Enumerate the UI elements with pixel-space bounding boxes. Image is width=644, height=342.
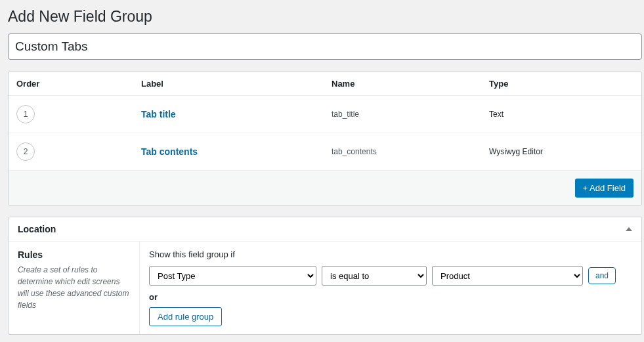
location-header[interactable]: Location: [9, 217, 641, 242]
or-label: or: [149, 292, 632, 302]
col-header-label: Label: [141, 79, 332, 89]
col-header-type: Type: [489, 79, 633, 89]
location-title: Location: [18, 224, 56, 234]
page-title: Add New Field Group: [8, 8, 636, 26]
rules-description: Create a set of rules to determine which…: [18, 264, 130, 311]
rules-heading: Rules: [18, 249, 130, 260]
rule-param-select[interactable]: Post Type: [149, 266, 316, 286]
location-panel: Location Rules Create a set of rules to …: [8, 217, 642, 335]
group-title-input[interactable]: [8, 33, 642, 60]
order-handle[interactable]: 2: [16, 142, 35, 161]
field-type: Text: [489, 110, 633, 119]
field-label-link[interactable]: Tab contents: [141, 146, 198, 157]
rule-row: Post Type is equal to Product and: [149, 266, 632, 286]
add-rule-group-button[interactable]: Add rule group: [149, 307, 222, 326]
field-label-link[interactable]: Tab title: [141, 109, 176, 119]
field-name: tab_title: [332, 110, 489, 119]
fields-panel: Order Label Name Type 1 Tab title tab_ti…: [8, 72, 642, 206]
table-row[interactable]: 1 Tab title tab_title Text: [9, 96, 641, 133]
col-header-name: Name: [332, 79, 489, 89]
col-header-order: Order: [16, 79, 141, 89]
rule-value-select[interactable]: Product: [432, 266, 583, 286]
add-field-button[interactable]: + Add Field: [575, 179, 633, 198]
caret-up-icon[interactable]: [626, 227, 632, 231]
fields-table-head: Order Label Name Type: [9, 72, 641, 96]
table-row[interactable]: 2 Tab contents tab_contents Wysiwyg Edit…: [9, 133, 641, 171]
field-type: Wysiwyg Editor: [489, 147, 633, 156]
rules-prompt: Show this field group if: [149, 249, 632, 259]
add-and-rule-button[interactable]: and: [588, 267, 616, 284]
rule-operator-select[interactable]: is equal to: [322, 266, 427, 286]
field-name: tab_contents: [332, 147, 489, 156]
order-handle[interactable]: 1: [16, 105, 35, 123]
